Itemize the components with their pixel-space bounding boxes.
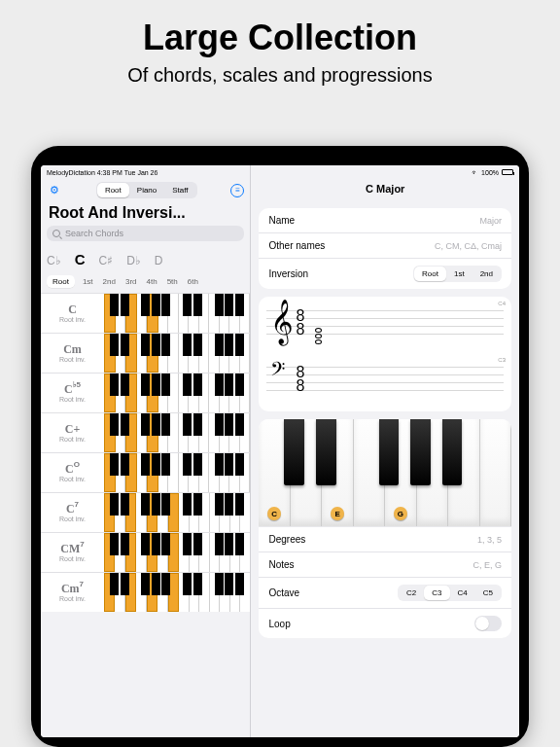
chord-row[interactable]: Cm7Root inv.: [41, 572, 250, 612]
inv-2nd[interactable]: 2nd: [101, 275, 118, 288]
mini-keyboard: [104, 533, 250, 572]
mini-keyboard: [104, 493, 250, 532]
inv-root[interactable]: Root: [47, 275, 75, 288]
inv-6th[interactable]: 6th: [186, 275, 200, 288]
key-dot: E: [331, 507, 344, 520]
filter-icon[interactable]: ≡: [230, 184, 244, 197]
info-group-bottom: Degrees 1, 3, 5 Notes C, E, G Octave C2 …: [259, 526, 511, 638]
oct-c4[interactable]: C4: [450, 586, 475, 600]
oct-c5[interactable]: C5: [475, 586, 501, 600]
white-key[interactable]: [291, 419, 322, 526]
ipad-frame: MelodyDictation 4:38 PM Tue Jan 26 ᯤ 100…: [31, 146, 529, 747]
white-key[interactable]: [417, 419, 448, 526]
info-group-top: Name Major Other names C, CM, CΔ, Cmaj I…: [259, 208, 511, 289]
name-label: Name: [268, 215, 295, 226]
chord-label: CmRoot inv.: [41, 334, 104, 373]
seg-root[interactable]: Root: [97, 183, 129, 197]
chord-sub: Root inv.: [59, 476, 86, 482]
chord-name: CM7: [60, 543, 84, 554]
root-db[interactable]: D♭: [126, 254, 141, 267]
status-left: MelodyDictation 4:38 PM Tue Jan 26: [47, 169, 158, 176]
inv-1st[interactable]: 1st: [81, 275, 95, 288]
promo-title: Large Collection: [0, 0, 560, 58]
settings-icon[interactable]: ⚙︎: [47, 183, 62, 198]
row-loop: Loop: [259, 609, 511, 638]
white-key[interactable]: E: [322, 419, 353, 526]
search-input[interactable]: Search Chords: [47, 226, 244, 241]
staff-view: C4 𝄞 88 C3 𝄢 88: [259, 297, 511, 411]
name-value: Major: [479, 216, 502, 226]
chord-list[interactable]: CRoot inv.CmRoot inv.C♭5Root inv.C+Root …: [41, 293, 250, 737]
chord-row[interactable]: C7Root inv.: [41, 492, 250, 532]
mini-keyboard: [104, 573, 250, 612]
seg-piano[interactable]: Piano: [129, 183, 164, 197]
white-key[interactable]: C: [259, 419, 290, 526]
right-pane: C Major Name Major Other names C, CM, CΔ…: [251, 165, 519, 737]
oct-c3[interactable]: C3: [424, 586, 449, 600]
chord-label: CRoot inv.: [41, 294, 104, 333]
inv-3rd[interactable]: 3rd: [123, 275, 139, 288]
other-label: Other names: [268, 240, 325, 251]
white-key[interactable]: [448, 419, 479, 526]
row-degrees: Degrees 1, 3, 5: [259, 527, 511, 552]
mini-keyboard: [104, 374, 250, 412]
chord-label: CM7Root inv.: [41, 533, 104, 572]
key-dot: C: [267, 507, 281, 520]
inv-4th[interactable]: 4th: [145, 275, 159, 288]
row-name[interactable]: Name Major: [259, 208, 511, 233]
inversion-segmented[interactable]: Root 1st 2nd: [413, 266, 502, 282]
white-key[interactable]: G: [385, 419, 416, 526]
chord-row[interactable]: C♭5Root inv.: [41, 373, 250, 412]
inv-opt-1st[interactable]: 1st: [446, 267, 472, 281]
white-key[interactable]: [480, 419, 511, 526]
inversion-scroller[interactable]: Root 1st 2nd 3rd 4th 5th 6th: [41, 273, 250, 293]
chord-name: C7: [66, 503, 79, 515]
loop-switch[interactable]: [474, 616, 502, 631]
chord-name: CO: [65, 463, 80, 475]
degrees-label: Degrees: [268, 534, 305, 545]
piano-view[interactable]: CEG: [259, 419, 511, 526]
degrees-value: 1, 3, 5: [477, 535, 502, 545]
mini-keyboard: [104, 294, 250, 333]
time-signature: 88: [296, 309, 304, 338]
key-dot: G: [394, 507, 407, 520]
chord-name: Cm: [63, 343, 82, 355]
mini-keyboard: [104, 334, 250, 373]
row-other-names[interactable]: Other names C, CM, CΔ, Cmaj: [259, 233, 511, 259]
inv-opt-root[interactable]: Root: [414, 267, 446, 281]
chord-row[interactable]: CRoot inv.: [41, 293, 250, 333]
battery-icon: [502, 169, 513, 175]
promo-subtitle: Of chords, scales and progressions: [0, 64, 560, 87]
root-c[interactable]: C: [75, 251, 86, 267]
chord-sub: Root inv.: [59, 595, 86, 602]
chord-label: C♭5Root inv.: [41, 374, 104, 412]
time-signature-bass: 88: [296, 366, 304, 394]
white-key[interactable]: [354, 419, 385, 526]
root-cs[interactable]: C♯: [99, 254, 114, 267]
root-cb[interactable]: C♭: [47, 254, 61, 267]
loop-label: Loop: [268, 619, 290, 629]
white-keys[interactable]: CEG: [259, 419, 511, 526]
c4-label: C4: [498, 301, 506, 306]
oct-c2[interactable]: C2: [399, 586, 424, 600]
chord-label: CORoot inv.: [41, 453, 104, 492]
chord-sub: Root inv.: [59, 436, 86, 443]
octave-segmented[interactable]: C2 C3 C4 C5: [398, 585, 502, 601]
seg-staff[interactable]: Staff: [164, 183, 195, 197]
inv-5th[interactable]: 5th: [165, 275, 180, 288]
root-d[interactable]: D: [155, 254, 163, 267]
chord-name: Cm7: [61, 583, 84, 594]
view-segmented-control[interactable]: Root Piano Staff: [96, 182, 197, 198]
inv-opt-2nd[interactable]: 2nd: [472, 267, 501, 281]
chord-sub: Root inv.: [59, 396, 86, 403]
treble-staff: C4 𝄞 88: [266, 310, 504, 341]
chord-row[interactable]: CmRoot inv.: [41, 333, 250, 373]
chord-row[interactable]: C+Root inv.: [41, 412, 250, 452]
chord-label: Cm7Root inv.: [41, 573, 104, 612]
chord-row[interactable]: CORoot inv.: [41, 452, 250, 492]
battery-percent: 100%: [481, 169, 499, 176]
bass-staff: C3 𝄢 88: [266, 367, 504, 398]
chord-label: C7Root inv.: [41, 493, 104, 532]
root-scroller[interactable]: C♭ C C♯ D♭ D: [41, 245, 250, 273]
chord-row[interactable]: CM7Root inv.: [41, 532, 250, 572]
